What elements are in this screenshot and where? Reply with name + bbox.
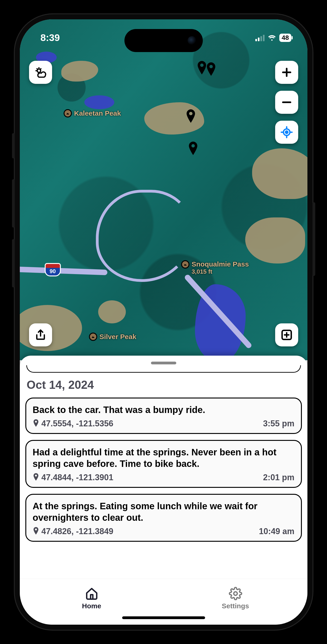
map-pin-icon[interactable] xyxy=(188,142,198,155)
map-pin-icon[interactable] xyxy=(186,109,196,123)
gear-icon xyxy=(229,587,242,600)
log-entry-coords: 47.4826, -121.3849 xyxy=(42,526,113,536)
map-view[interactable]: 90 Kaleetan Peak Snoqualmie Pass 3,015 f… xyxy=(20,19,307,360)
map-lake xyxy=(84,95,114,109)
sheet-date-header: Oct 14, 2024 xyxy=(27,378,300,392)
minus-icon xyxy=(280,96,293,109)
map-poi-kaleetan[interactable]: Kaleetan Peak xyxy=(64,109,121,118)
wifi-icon xyxy=(268,34,276,41)
mountain-icon xyxy=(89,332,97,341)
log-entry-text: At the springs. Eating some lunch while … xyxy=(33,500,294,523)
locate-icon xyxy=(280,126,293,139)
highway-shield: 90 xyxy=(45,263,61,276)
locate-me-button[interactable] xyxy=(275,121,298,144)
zoom-in-button[interactable] xyxy=(275,61,298,84)
log-entry-text: Had a delightful time at the springs. Ne… xyxy=(33,446,294,470)
log-sheet[interactable]: Oct 14, 2024 Back to the car. That was a… xyxy=(20,356,307,578)
map-landmass xyxy=(98,300,126,324)
log-entry-location: 47.4826, -121.3849 xyxy=(33,526,113,536)
screen: 8:39 48 xyxy=(20,19,307,625)
home-icon xyxy=(85,587,98,600)
home-indicator[interactable] xyxy=(122,616,205,619)
poi-sublabel: 3,015 ft xyxy=(192,268,249,275)
mountain-icon xyxy=(64,109,72,118)
zoom-out-button[interactable] xyxy=(275,91,298,114)
tab-label: Settings xyxy=(222,602,249,610)
map-poi-snoqualmie[interactable]: Snoqualmie Pass 3,015 ft xyxy=(181,260,249,275)
sheet-tab-indicator xyxy=(26,365,301,373)
status-time: 8:39 xyxy=(41,32,60,43)
pin-icon xyxy=(33,473,39,482)
poi-label: Silver Peak xyxy=(100,333,136,341)
sheet-grabber[interactable] xyxy=(151,362,176,364)
map-poi-silver[interactable]: Silver Peak xyxy=(89,332,136,341)
cellular-signal-icon xyxy=(255,34,264,41)
pin-icon xyxy=(33,527,39,536)
battery-percent: 48 xyxy=(282,34,289,42)
weather-icon xyxy=(34,66,47,79)
log-entry[interactable]: Back to the car. That was a bumpy ride. … xyxy=(25,398,302,434)
weather-button[interactable] xyxy=(29,61,52,84)
device-volume-down xyxy=(12,239,15,288)
share-button[interactable] xyxy=(29,324,52,346)
svg-point-4 xyxy=(234,592,237,595)
phone-frame: 8:39 48 xyxy=(14,13,313,631)
device-side-button xyxy=(12,133,15,158)
log-entry[interactable]: Had a delightful time at the springs. Ne… xyxy=(25,440,302,488)
dynamic-island xyxy=(124,29,203,52)
log-entry-text: Back to the car. That was a bumpy ride. xyxy=(33,404,294,416)
log-entry-coords: 47.4844, -121.3901 xyxy=(42,473,113,482)
battery-indicator: 48 xyxy=(279,34,291,42)
plus-icon xyxy=(280,66,293,79)
log-entry-location: 47.5554, -121.5356 xyxy=(33,419,113,428)
log-entry-time: 10:49 am xyxy=(259,526,294,536)
add-entry-button[interactable] xyxy=(275,324,298,346)
svg-point-2 xyxy=(285,131,287,133)
log-entry-time: 2:01 pm xyxy=(263,473,294,482)
log-entry-time: 3:55 pm xyxy=(263,419,294,428)
share-icon xyxy=(34,328,47,341)
mountain-icon xyxy=(181,260,189,268)
log-entry-location: 47.4844, -121.3901 xyxy=(33,473,113,482)
pin-icon xyxy=(33,419,39,428)
poi-label: Snoqualmie Pass xyxy=(192,260,249,268)
map-pin-icon[interactable] xyxy=(206,62,216,76)
device-power-button xyxy=(312,202,315,276)
plus-square-icon xyxy=(280,328,293,341)
poi-label: Kaleetan Peak xyxy=(74,110,121,117)
tab-label: Home xyxy=(82,602,101,610)
log-entry-coords: 47.5554, -121.5356 xyxy=(42,419,113,428)
highway-number: 90 xyxy=(50,268,56,274)
log-entry[interactable]: At the springs. Eating some lunch while … xyxy=(25,494,302,542)
map-pin-icon[interactable] xyxy=(197,61,207,75)
device-volume-up xyxy=(12,179,15,228)
